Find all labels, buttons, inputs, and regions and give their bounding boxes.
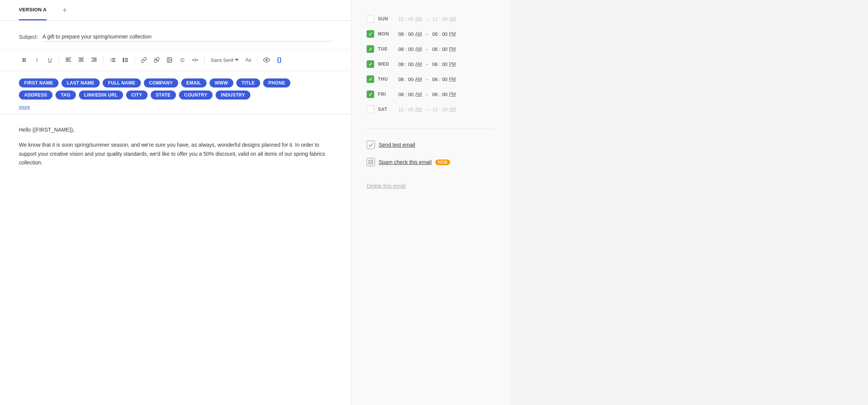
day-label-fri: FRI: [378, 92, 395, 97]
tag-chip-address[interactable]: ADDRESS: [19, 91, 52, 100]
tags-area: FIRST NAMELAST NAMEFULL NAMECOMPANYEMAIL…: [0, 71, 351, 114]
tag-chip-tag[interactable]: TAG: [56, 91, 76, 100]
preview-button[interactable]: [261, 55, 272, 65]
start-hour-mon[interactable]: 08: [398, 31, 404, 37]
svg-rect-11: [112, 60, 115, 60]
spam-check-icon: [367, 158, 375, 166]
checkbox-wed[interactable]: [367, 60, 374, 68]
end-ampm-thu[interactable]: PM: [449, 77, 456, 82]
tag-chip-state[interactable]: STATE: [151, 91, 176, 100]
start-hour-wed[interactable]: 08: [398, 61, 404, 67]
end-ampm-wed[interactable]: PM: [449, 61, 456, 67]
tag-chip-www[interactable]: WWW: [210, 78, 233, 87]
delete-row[interactable]: Delete this email: [367, 178, 495, 193]
checkbox-thu[interactable]: [367, 75, 374, 83]
code-braces-button[interactable]: {}: [274, 55, 285, 65]
checkbox-fri[interactable]: [367, 91, 374, 98]
end-min-tue[interactable]: 00: [442, 46, 447, 52]
svg-rect-10: [112, 58, 115, 59]
tags-row-1: FIRST NAMELAST NAMEFULL NAMECOMPANYEMAIL…: [19, 78, 332, 87]
end-min-wed[interactable]: 00: [442, 61, 447, 67]
start-hour-fri[interactable]: 08: [398, 92, 404, 97]
email-body: Hello {{FIRST_NAME}}, We know that it is…: [0, 114, 351, 185]
end-hour-mon[interactable]: 06: [432, 31, 438, 37]
time-fields-wed: 08 : 00 AM – 06 : 00 PM: [398, 61, 456, 67]
end-ampm-fri[interactable]: PM: [449, 92, 456, 97]
send-test-icon: [367, 141, 375, 149]
start-ampm-mon[interactable]: AM: [415, 31, 422, 37]
checkbox-mon[interactable]: [367, 30, 374, 38]
spam-check-row[interactable]: Spam check this email NEW: [367, 153, 495, 171]
tab-version-a[interactable]: VERSION A: [19, 0, 46, 20]
end-min-mon[interactable]: 00: [442, 31, 447, 37]
send-test-label[interactable]: Send test email: [379, 142, 415, 148]
toolbar-separator-2: [103, 56, 103, 64]
tag-chip-city[interactable]: CITY: [126, 91, 148, 100]
start-hour-tue[interactable]: 08: [398, 46, 404, 52]
end-hour-fri[interactable]: 06: [432, 92, 438, 97]
checkbox-sun[interactable]: [367, 15, 374, 23]
end-hour-sun: 12: [432, 16, 438, 22]
end-hour-thu[interactable]: 06: [432, 77, 438, 82]
tag-chip-email[interactable]: EMAIL: [181, 78, 207, 87]
tag-chip-title[interactable]: TITLE: [236, 78, 260, 87]
align-center-button[interactable]: [76, 55, 86, 65]
start-min-fri[interactable]: 00: [408, 92, 413, 97]
unlink-button[interactable]: [151, 55, 162, 65]
tag-chip-country[interactable]: COUNTRY: [179, 91, 213, 100]
align-right-button[interactable]: [89, 55, 99, 65]
link-button[interactable]: [139, 55, 149, 65]
schedule-row-mon: MON 08 : 00 AM – 06 : 00 PM: [367, 26, 495, 41]
checkbox-tue[interactable]: [367, 45, 374, 53]
start-min-thu[interactable]: 00: [408, 77, 413, 82]
bold-button[interactable]: B: [19, 55, 29, 65]
checkbox-sat[interactable]: [367, 106, 374, 113]
spam-check-label[interactable]: Spam check this email: [379, 159, 432, 165]
start-ampm-thu[interactable]: AM: [415, 77, 422, 82]
code-button[interactable]: </>: [190, 55, 200, 65]
tag-chip-phone[interactable]: PHONE: [263, 78, 290, 87]
emoji-button[interactable]: ©: [177, 55, 188, 65]
image-button[interactable]: [164, 55, 175, 65]
font-family-selector[interactable]: Sans Serif: [208, 56, 241, 64]
end-hour-tue[interactable]: 06: [432, 46, 438, 52]
tag-chip-full-name[interactable]: FULL NAME: [103, 78, 140, 87]
end-min-sun: 00: [442, 16, 447, 22]
end-ampm-tue[interactable]: PM: [449, 46, 456, 52]
subject-label: Subject:: [19, 34, 38, 40]
tag-chip-linkedin-url[interactable]: LINKEDIN URL: [79, 91, 123, 100]
send-test-row[interactable]: Send test email: [367, 136, 495, 153]
align-left-button[interactable]: [63, 55, 74, 65]
tag-chip-company[interactable]: COMPANY: [144, 78, 178, 87]
start-ampm-fri[interactable]: AM: [415, 92, 422, 97]
add-tab-button[interactable]: +: [59, 5, 70, 15]
ordered-list-button[interactable]: 1.: [107, 55, 118, 65]
underline-button[interactable]: U: [45, 55, 55, 65]
end-min-fri[interactable]: 00: [442, 92, 447, 97]
start-ampm-tue[interactable]: AM: [415, 46, 422, 52]
tabs-bar: VERSION A +: [0, 0, 351, 21]
end-ampm-sat: AM: [449, 107, 456, 112]
italic-button[interactable]: I: [32, 55, 42, 65]
start-hour-thu[interactable]: 08: [398, 77, 404, 82]
end-min-thu[interactable]: 00: [442, 77, 447, 82]
start-min-mon[interactable]: 00: [408, 31, 413, 37]
start-min-wed[interactable]: 00: [408, 61, 413, 67]
right-panel: SUN 12 : 00 AM – 12 : 00 AM MON 08 : 00 …: [351, 0, 510, 405]
tag-chip-industry[interactable]: INDUSTRY: [216, 91, 250, 100]
delete-label[interactable]: Delete this email: [367, 183, 406, 189]
start-ampm-wed[interactable]: AM: [415, 61, 422, 67]
end-hour-wed[interactable]: 06: [432, 61, 438, 67]
subject-input[interactable]: [43, 32, 332, 41]
svg-rect-7: [93, 59, 97, 60]
tag-chip-last-name[interactable]: LAST NAME: [62, 78, 100, 87]
toolbar-separator-5: [257, 56, 257, 64]
font-size-button[interactable]: Aa: [243, 56, 253, 64]
start-min-tue[interactable]: 00: [408, 46, 413, 52]
unordered-list-button[interactable]: [120, 55, 131, 65]
tag-chip-first-name[interactable]: FIRST NAME: [19, 78, 59, 87]
svg-rect-23: [369, 160, 373, 164]
more-tags-link[interactable]: more: [19, 104, 30, 110]
end-ampm-mon[interactable]: PM: [449, 31, 456, 37]
start-ampm-sat: AM: [415, 107, 422, 112]
